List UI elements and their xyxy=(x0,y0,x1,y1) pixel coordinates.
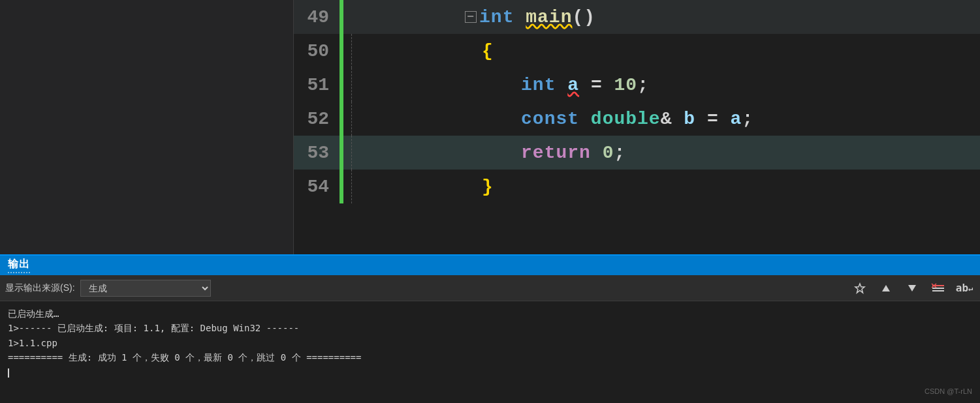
green-bar-50 xyxy=(340,34,343,68)
editor-area: 49 −int main() 50 { 51 xyxy=(0,0,980,254)
source-select-wrapper[interactable]: 生成 xyxy=(80,280,211,297)
source-select[interactable]: 生成 xyxy=(80,280,211,297)
green-bar-52 xyxy=(340,102,343,136)
line-number-50: 50 xyxy=(294,41,340,61)
line-number-49: 49 xyxy=(294,7,340,27)
output-toolbar: 显示输出来源(S): 生成 ab↵ xyxy=(0,275,980,301)
guide-52 xyxy=(351,102,353,136)
svg-marker-1 xyxy=(908,285,916,291)
clear-button[interactable] xyxy=(928,279,949,297)
cursor xyxy=(8,368,9,378)
left-panel xyxy=(0,0,294,254)
green-bar-51 xyxy=(340,68,343,102)
green-bar-54 xyxy=(340,170,343,203)
svg-marker-0 xyxy=(882,285,890,291)
line-number-51: 51 xyxy=(294,75,340,95)
csdn-watermark: CSDN @T-rLN xyxy=(925,386,972,398)
line-number-53: 53 xyxy=(294,143,340,163)
scroll-up-button[interactable] xyxy=(876,279,896,297)
output-header: 输出 xyxy=(0,254,980,275)
code-line-54: 54 } xyxy=(294,170,980,203)
code-panel[interactable]: 49 −int main() 50 { 51 xyxy=(294,0,980,254)
source-label: 显示输出来源(S): xyxy=(5,282,75,294)
wrap-button[interactable]: ab↵ xyxy=(954,279,975,297)
line-number-54: 54 xyxy=(294,177,340,197)
green-bar-53 xyxy=(340,136,343,170)
output-cursor-line xyxy=(8,365,972,380)
guide-50 xyxy=(351,34,353,68)
pin-button[interactable] xyxy=(849,279,870,297)
guide-54 xyxy=(351,170,353,203)
output-title: 输出 xyxy=(8,258,30,273)
line-number-52: 52 xyxy=(294,109,340,129)
output-line-2: 1>------ 已启动生成: 项目: 1.1, 配置: Debug Win32… xyxy=(8,321,972,335)
scroll-down-button[interactable] xyxy=(902,279,923,297)
output-line-4: ========== 生成: 成功 1 个，失败 0 个，最新 0 个，跳过 0… xyxy=(8,350,972,365)
code-content: 49 −int main() 50 { 51 xyxy=(294,0,980,203)
guide-53 xyxy=(351,136,353,170)
output-line-3: 1>1.1.cpp xyxy=(8,336,972,350)
output-line-1: 已启动生成… xyxy=(8,306,972,321)
output-content[interactable]: 已启动生成… 1>------ 已启动生成: 项目: 1.1, 配置: Debu… xyxy=(0,301,980,403)
code-text-54: } xyxy=(360,157,494,217)
guide-51 xyxy=(351,68,353,102)
